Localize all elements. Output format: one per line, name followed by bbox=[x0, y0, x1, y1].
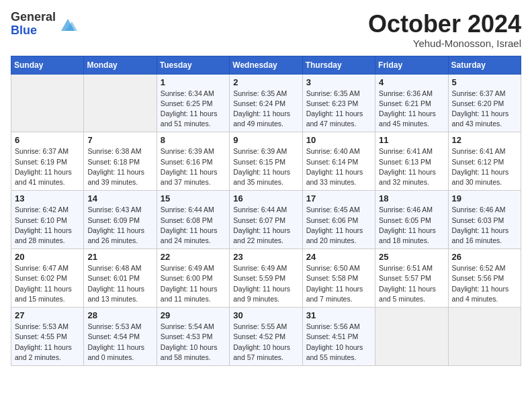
day-number: 14 bbox=[87, 193, 152, 203]
location-subtitle: Yehud-Monosson, Israel bbox=[368, 38, 521, 49]
week-row-4: 20Sunrise: 6:47 AM Sunset: 6:02 PM Dayli… bbox=[11, 249, 521, 308]
day-detail: Sunrise: 6:46 AM Sunset: 6:03 PM Dayligh… bbox=[452, 205, 517, 246]
day-cell: 29Sunrise: 5:54 AM Sunset: 4:53 PM Dayli… bbox=[157, 308, 229, 366]
day-detail: Sunrise: 6:34 AM Sunset: 6:25 PM Dayligh… bbox=[161, 89, 226, 130]
week-row-2: 6Sunrise: 6:37 AM Sunset: 6:19 PM Daylig… bbox=[11, 132, 521, 191]
day-cell: 11Sunrise: 6:41 AM Sunset: 6:13 PM Dayli… bbox=[375, 132, 448, 191]
day-detail: Sunrise: 6:44 AM Sunset: 6:08 PM Dayligh… bbox=[161, 205, 226, 246]
day-detail: Sunrise: 6:36 AM Sunset: 6:21 PM Dayligh… bbox=[379, 89, 444, 130]
day-number: 30 bbox=[233, 310, 298, 320]
day-number: 19 bbox=[452, 193, 517, 203]
day-number: 25 bbox=[379, 252, 444, 262]
day-detail: Sunrise: 6:39 AM Sunset: 6:15 PM Dayligh… bbox=[233, 146, 298, 187]
day-number: 29 bbox=[161, 310, 226, 320]
day-detail: Sunrise: 6:45 AM Sunset: 6:06 PM Dayligh… bbox=[306, 205, 371, 246]
day-number: 3 bbox=[306, 77, 371, 87]
day-cell bbox=[84, 74, 157, 132]
header-row: SundayMondayTuesdayWednesdayThursdayFrid… bbox=[11, 56, 521, 74]
logo-text: General Blue bbox=[11, 11, 56, 38]
header-cell-sunday: Sunday bbox=[11, 56, 84, 74]
day-number: 20 bbox=[15, 252, 80, 262]
day-cell: 1Sunrise: 6:34 AM Sunset: 6:25 PM Daylig… bbox=[157, 74, 229, 132]
day-number: 5 bbox=[452, 77, 517, 87]
day-cell: 31Sunrise: 5:56 AM Sunset: 4:51 PM Dayli… bbox=[302, 308, 375, 366]
day-detail: Sunrise: 6:35 AM Sunset: 6:23 PM Dayligh… bbox=[306, 89, 371, 130]
day-cell: 23Sunrise: 6:49 AM Sunset: 5:59 PM Dayli… bbox=[230, 249, 302, 308]
day-cell: 9Sunrise: 6:39 AM Sunset: 6:15 PM Daylig… bbox=[230, 132, 302, 191]
day-cell bbox=[11, 74, 84, 132]
day-detail: Sunrise: 6:44 AM Sunset: 6:07 PM Dayligh… bbox=[233, 205, 298, 246]
day-detail: Sunrise: 6:50 AM Sunset: 5:58 PM Dayligh… bbox=[306, 263, 371, 304]
header-cell-saturday: Saturday bbox=[448, 56, 521, 74]
day-detail: Sunrise: 6:49 AM Sunset: 6:00 PM Dayligh… bbox=[161, 263, 226, 304]
logo-icon bbox=[58, 15, 77, 34]
day-cell: 30Sunrise: 5:55 AM Sunset: 4:52 PM Dayli… bbox=[230, 308, 302, 366]
day-detail: Sunrise: 6:38 AM Sunset: 6:18 PM Dayligh… bbox=[87, 146, 152, 187]
day-number: 24 bbox=[306, 252, 371, 262]
day-cell: 12Sunrise: 6:41 AM Sunset: 6:12 PM Dayli… bbox=[448, 132, 521, 191]
header-cell-friday: Friday bbox=[375, 56, 448, 74]
day-cell: 27Sunrise: 5:53 AM Sunset: 4:55 PM Dayli… bbox=[11, 308, 84, 366]
day-cell: 7Sunrise: 6:38 AM Sunset: 6:18 PM Daylig… bbox=[84, 132, 157, 191]
day-cell: 24Sunrise: 6:50 AM Sunset: 5:58 PM Dayli… bbox=[302, 249, 375, 308]
day-number: 22 bbox=[161, 252, 226, 262]
day-cell: 4Sunrise: 6:36 AM Sunset: 6:21 PM Daylig… bbox=[375, 74, 448, 132]
day-cell bbox=[375, 308, 448, 366]
day-number: 1 bbox=[161, 77, 226, 87]
day-number: 15 bbox=[161, 193, 226, 203]
day-cell: 2Sunrise: 6:35 AM Sunset: 6:24 PM Daylig… bbox=[230, 74, 302, 132]
day-detail: Sunrise: 5:53 AM Sunset: 4:54 PM Dayligh… bbox=[87, 322, 152, 363]
day-cell: 15Sunrise: 6:44 AM Sunset: 6:08 PM Dayli… bbox=[157, 191, 229, 249]
day-detail: Sunrise: 6:35 AM Sunset: 6:24 PM Dayligh… bbox=[233, 89, 298, 130]
header-cell-wednesday: Wednesday bbox=[230, 56, 302, 74]
day-detail: Sunrise: 6:51 AM Sunset: 5:57 PM Dayligh… bbox=[379, 263, 444, 304]
day-cell: 21Sunrise: 6:48 AM Sunset: 6:01 PM Dayli… bbox=[84, 249, 157, 308]
day-cell: 6Sunrise: 6:37 AM Sunset: 6:19 PM Daylig… bbox=[11, 132, 84, 191]
logo: General Blue bbox=[11, 11, 77, 38]
day-cell: 18Sunrise: 6:46 AM Sunset: 6:05 PM Dayli… bbox=[375, 191, 448, 249]
day-cell: 13Sunrise: 6:42 AM Sunset: 6:10 PM Dayli… bbox=[11, 191, 84, 249]
day-detail: Sunrise: 6:48 AM Sunset: 6:01 PM Dayligh… bbox=[87, 263, 152, 304]
day-detail: Sunrise: 6:42 AM Sunset: 6:10 PM Dayligh… bbox=[15, 205, 80, 246]
day-cell: 19Sunrise: 6:46 AM Sunset: 6:03 PM Dayli… bbox=[448, 191, 521, 249]
day-number: 17 bbox=[306, 193, 371, 203]
calendar-header: SundayMondayTuesdayWednesdayThursdayFrid… bbox=[11, 56, 521, 74]
day-cell: 5Sunrise: 6:37 AM Sunset: 6:20 PM Daylig… bbox=[448, 74, 521, 132]
day-number: 18 bbox=[379, 193, 444, 203]
header-cell-thursday: Thursday bbox=[302, 56, 375, 74]
day-number: 6 bbox=[15, 135, 80, 145]
day-number: 28 bbox=[87, 310, 152, 320]
day-detail: Sunrise: 6:47 AM Sunset: 6:02 PM Dayligh… bbox=[15, 263, 80, 304]
day-detail: Sunrise: 6:39 AM Sunset: 6:16 PM Dayligh… bbox=[161, 146, 226, 187]
day-cell: 16Sunrise: 6:44 AM Sunset: 6:07 PM Dayli… bbox=[230, 191, 302, 249]
day-cell: 14Sunrise: 6:43 AM Sunset: 6:09 PM Dayli… bbox=[84, 191, 157, 249]
day-number: 8 bbox=[161, 135, 226, 145]
day-cell: 28Sunrise: 5:53 AM Sunset: 4:54 PM Dayli… bbox=[84, 308, 157, 366]
month-title: October 2024 bbox=[368, 11, 521, 38]
day-number: 21 bbox=[87, 252, 152, 262]
day-number: 9 bbox=[233, 135, 298, 145]
day-detail: Sunrise: 6:37 AM Sunset: 6:20 PM Dayligh… bbox=[452, 89, 517, 130]
day-detail: Sunrise: 6:37 AM Sunset: 6:19 PM Dayligh… bbox=[15, 146, 80, 187]
day-detail: Sunrise: 6:46 AM Sunset: 6:05 PM Dayligh… bbox=[379, 205, 444, 246]
day-number: 16 bbox=[233, 193, 298, 203]
day-number: 11 bbox=[379, 135, 444, 145]
calendar-table: SundayMondayTuesdayWednesdayThursdayFrid… bbox=[11, 56, 521, 366]
header-cell-monday: Monday bbox=[84, 56, 157, 74]
week-row-1: 1Sunrise: 6:34 AM Sunset: 6:25 PM Daylig… bbox=[11, 74, 521, 132]
week-row-3: 13Sunrise: 6:42 AM Sunset: 6:10 PM Dayli… bbox=[11, 191, 521, 249]
day-cell: 20Sunrise: 6:47 AM Sunset: 6:02 PM Dayli… bbox=[11, 249, 84, 308]
day-number: 12 bbox=[452, 135, 517, 145]
day-detail: Sunrise: 6:41 AM Sunset: 6:12 PM Dayligh… bbox=[452, 146, 517, 187]
day-detail: Sunrise: 5:55 AM Sunset: 4:52 PM Dayligh… bbox=[233, 322, 298, 363]
day-detail: Sunrise: 6:52 AM Sunset: 5:56 PM Dayligh… bbox=[452, 263, 517, 304]
day-detail: Sunrise: 6:41 AM Sunset: 6:13 PM Dayligh… bbox=[379, 146, 444, 187]
day-number: 26 bbox=[452, 252, 517, 262]
title-block: October 2024 Yehud-Monosson, Israel bbox=[368, 11, 521, 49]
day-number: 13 bbox=[15, 193, 80, 203]
day-number: 23 bbox=[233, 252, 298, 262]
header-cell-tuesday: Tuesday bbox=[157, 56, 229, 74]
day-detail: Sunrise: 5:53 AM Sunset: 4:55 PM Dayligh… bbox=[15, 322, 80, 363]
day-cell: 17Sunrise: 6:45 AM Sunset: 6:06 PM Dayli… bbox=[302, 191, 375, 249]
day-detail: Sunrise: 5:54 AM Sunset: 4:53 PM Dayligh… bbox=[161, 322, 226, 363]
